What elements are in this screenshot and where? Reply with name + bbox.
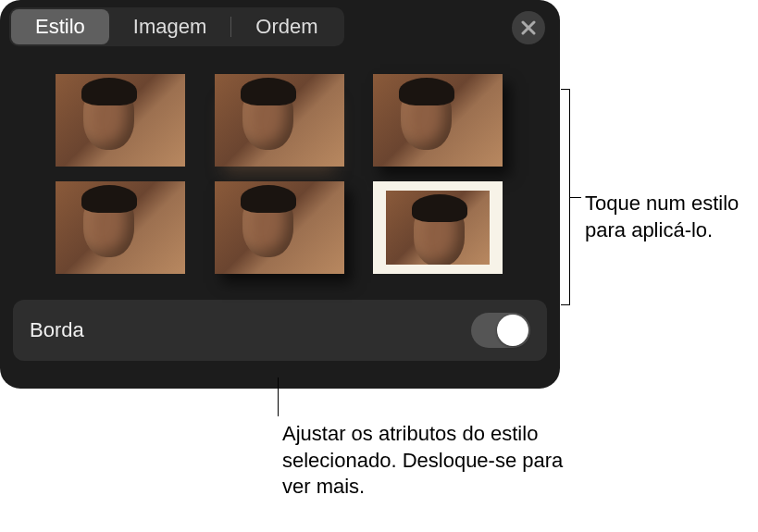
close-button[interactable] xyxy=(512,11,545,44)
style-option-reflection[interactable] xyxy=(215,74,344,167)
tab-order[interactable]: Ordem xyxy=(231,9,342,44)
toggle-knob xyxy=(497,315,528,346)
format-panel: Estilo Imagem Ordem xyxy=(0,0,560,389)
border-toggle[interactable] xyxy=(471,313,530,348)
callout-bracket xyxy=(561,89,570,305)
style-option-plain-2[interactable] xyxy=(56,181,185,274)
callout-line xyxy=(278,377,279,416)
close-icon xyxy=(521,20,536,35)
border-label: Borda xyxy=(30,318,84,342)
border-row: Borda xyxy=(13,300,547,361)
style-option-plain[interactable] xyxy=(56,74,185,167)
callout-adjust-attributes: Ajustar os atributos do estilo seleciona… xyxy=(282,421,578,501)
style-grid xyxy=(0,46,560,292)
tab-image[interactable]: Imagem xyxy=(109,9,230,44)
style-option-frame[interactable] xyxy=(373,181,503,274)
tab-style[interactable]: Estilo xyxy=(11,9,109,44)
callout-apply-style: Toque num estilo para aplicá-lo. xyxy=(585,191,752,243)
segmented-control: Estilo Imagem Ordem xyxy=(9,7,344,46)
style-option-shadow[interactable] xyxy=(373,74,503,167)
callout-line xyxy=(570,197,581,198)
tab-bar: Estilo Imagem Ordem xyxy=(0,0,560,46)
style-option-shadow-2[interactable] xyxy=(215,181,344,274)
